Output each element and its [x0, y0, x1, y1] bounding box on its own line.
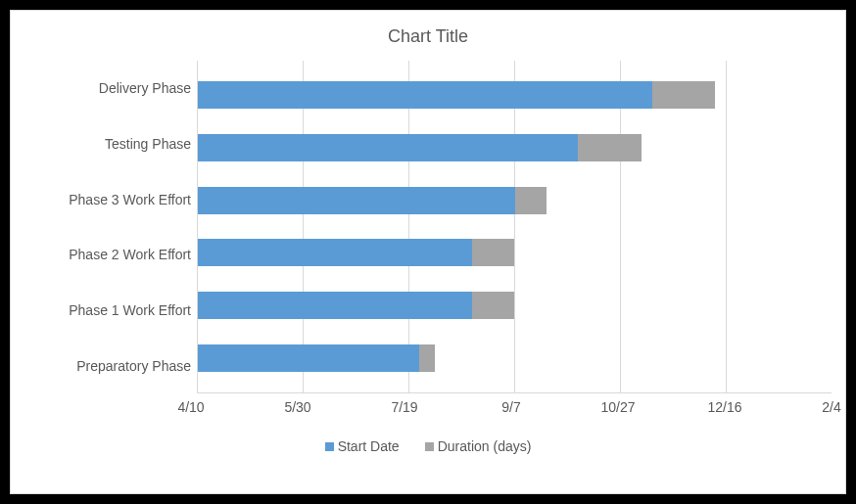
legend-swatch-start-date [325, 442, 334, 451]
bar-segment-start-date [198, 81, 652, 109]
bar-segment-duration [472, 292, 514, 319]
legend-label: Duration (days) [438, 438, 532, 454]
y-tick-label: Delivery Phase [99, 80, 191, 96]
legend-item-duration: Duration (days) [425, 438, 532, 454]
bar-row [198, 131, 832, 164]
bar-row [198, 236, 832, 269]
bar-row [198, 289, 832, 322]
x-tick-label: 12/16 [707, 399, 741, 415]
x-tick-label: 2/4 [822, 399, 840, 415]
x-tick-label: 9/7 [501, 399, 520, 415]
x-tick-label: 4/10 [177, 399, 204, 415]
bar-segment-duration [419, 344, 434, 372]
x-tick-label: 5/30 [284, 399, 310, 415]
bar-segment-start-date [198, 134, 578, 161]
y-tick-label: Phase 1 Work Effort [69, 302, 191, 318]
y-tick-label: Phase 2 Work Effort [69, 247, 191, 262]
legend: Start Date Duration (days) [24, 438, 832, 454]
bar-row [198, 342, 832, 375]
y-tick-label: Testing Phase [105, 136, 191, 152]
legend-label: Start Date [338, 438, 400, 454]
y-axis-labels: Delivery PhaseTesting PhasePhase 3 Work … [24, 61, 197, 393]
bar-segment-duration [472, 239, 514, 266]
bar-segment-duration [578, 134, 642, 161]
bar-row [198, 78, 832, 112]
plot-area: Delivery PhaseTesting PhasePhase 3 Work … [24, 61, 832, 393]
x-tick-label: 7/19 [391, 399, 417, 415]
plot [197, 61, 832, 393]
bar-segment-start-date [198, 239, 472, 266]
x-axis-labels: 4/105/307/199/710/2712/162/4 [191, 399, 832, 419]
chart-card: Chart Title Delivery PhaseTesting PhaseP… [10, 10, 846, 494]
legend-item-start-date: Start Date [325, 438, 400, 454]
bar-segment-duration [515, 187, 547, 214]
bar-row [198, 184, 832, 217]
x-tick-label: 10/27 [600, 399, 635, 415]
y-tick-label: Phase 3 Work Effort [69, 192, 191, 207]
y-tick-label: Preparatory Phase [76, 358, 191, 374]
bar-segment-duration [652, 81, 716, 109]
bar-segment-start-date [198, 292, 472, 319]
legend-swatch-duration [425, 442, 434, 451]
bars-container [198, 61, 832, 392]
chart-frame: Chart Title Delivery PhaseTesting PhaseP… [0, 0, 856, 504]
bar-segment-start-date [198, 187, 515, 214]
bar-segment-start-date [198, 344, 419, 372]
chart-title: Chart Title [24, 26, 832, 47]
